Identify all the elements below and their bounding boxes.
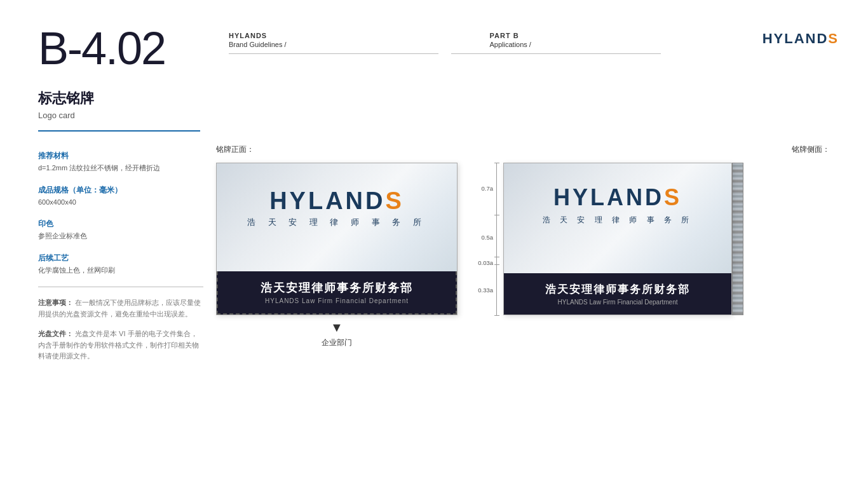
spec-material: 推荐材料 d=1.2mm 法纹拉丝不锈钢，经开槽折边	[38, 151, 203, 173]
card-front-bottom: 浩天安理律师事务所财务部 HYLANDS Law Firm Financial …	[217, 271, 457, 315]
part-name: PART B	[490, 32, 531, 39]
spec-color-label: 印色	[38, 219, 203, 229]
brand-section: HYLANDS Brand Guidelines /	[229, 32, 287, 48]
sidebar-divider	[38, 287, 203, 287]
side-label: 铭牌侧面：	[792, 144, 830, 155]
side-logo-hy: HY	[553, 184, 590, 210]
front-card-section: HYLANDS 浩 天 安 理 律 师 事 务 所 浩天安理律师事务所财务部 H…	[216, 163, 458, 348]
note-1-label: 注意事项：	[38, 299, 73, 306]
card-dept-cn: 浩天安理律师事务所财务部	[237, 280, 437, 295]
spec-process-value: 化学腐蚀上色，丝网印刷	[38, 265, 203, 276]
notes-section: 注意事项： 在一般情况下使用品牌标志，应该尽量使用提供的光盘资源文件，避免在重绘…	[38, 297, 203, 362]
card-side-dept-cn: 浩天安理律师事务所财务部	[522, 282, 714, 297]
spec-color-value: 参照企业标准色	[38, 231, 203, 241]
part-sub: Applications /	[490, 41, 531, 48]
logo-land: LAND	[784, 30, 828, 46]
arrow-label: 企业部门	[322, 337, 352, 348]
dim-v-line	[496, 163, 497, 315]
logo-s: S	[828, 30, 839, 46]
card-side-logo: HYLANDS	[553, 184, 682, 211]
header-logo-area: HYLANDS	[661, 25, 839, 47]
spec-size-value: 600x400x40	[38, 197, 203, 208]
card-front-logo: HYLANDS	[269, 189, 404, 213]
dim-05a-label: 0.5a	[482, 234, 494, 241]
section-title-en: Logo card	[38, 111, 830, 120]
dim-tick-05	[494, 257, 499, 257]
arrow-section: ▼ 企业部门	[216, 320, 458, 348]
card-front-chinese: 浩 天 安 理 律 师 事 务 所	[247, 217, 426, 228]
spec-material-value: d=1.2mm 法纹拉丝不锈钢，经开槽折边	[38, 163, 203, 173]
blue-underline-decoration	[38, 130, 200, 132]
side-card-section: 0.7a 0.5a 0.03a 0.33a	[470, 163, 743, 315]
page-code: B-4.02	[38, 25, 229, 71]
right-content: 铭牌正面： 铭牌侧面： HYLANDS 浩 天 安 理 律 师 事 务 所	[216, 144, 830, 371]
spec-material-label: 推荐材料	[38, 151, 203, 161]
dim-033a-label: 0.33a	[478, 287, 493, 294]
note-2: 光盘文件： 光盘文件是本 VI 手册的电子文件集合，内含手册制作的专用软件格式文…	[38, 329, 203, 362]
part-section: PART B Applications /	[490, 32, 531, 48]
card-side-dept-en: HYLANDS Law Firm Financial Department	[522, 299, 714, 306]
note-1: 注意事项： 在一般情况下使用品牌标志，应该尽量使用提供的光盘资源文件，避免在重绘…	[38, 297, 203, 320]
card-side-bottom: 浩天安理律师事务所财务部 HYLANDS Law Firm Financial …	[504, 273, 731, 315]
card-side-top: HYLANDS 浩 天 安 理 律 师 事 务 所	[522, 175, 714, 226]
logo-card-front: HYLANDS 浩 天 安 理 律 师 事 务 所 浩天安理律师事务所财务部 H…	[216, 163, 458, 315]
section-title-cn: 标志铭牌	[38, 89, 830, 108]
dim-003a-label: 0.03a	[478, 259, 493, 266]
front-label: 铭牌正面：	[216, 144, 254, 155]
logo-card-side: HYLANDS 浩 天 安 理 律 师 事 务 所 浩天安理律师事务所财务部 H…	[503, 163, 732, 315]
card-side-chinese: 浩 天 安 理 律 师 事 务 所	[543, 215, 693, 226]
card-logo-s: S	[385, 187, 403, 214]
card-edge	[732, 163, 743, 315]
brand-name: HYLANDS	[229, 32, 287, 39]
section-title-area: 标志铭牌 Logo card	[0, 71, 868, 132]
header-logo: HYLANDS	[763, 30, 839, 47]
down-arrow-icon: ▼	[330, 320, 343, 335]
dim-07a-label: 0.7a	[482, 185, 494, 192]
specs-section: 推荐材料 d=1.2mm 法纹拉丝不锈钢，经开槽折边 成品规格（单位：毫米） 6…	[38, 151, 203, 275]
dimension-labels: 0.7a 0.5a 0.03a 0.33a	[470, 163, 502, 315]
spec-size: 成品规格（单位：毫米） 600x400x40	[38, 185, 203, 208]
dim-tick-033	[494, 315, 499, 316]
logo-hy: HY	[763, 30, 785, 46]
spec-process: 后续工艺 化学腐蚀上色，丝网印刷	[38, 253, 203, 276]
spec-process-label: 后续工艺	[38, 253, 203, 264]
header: B-4.02 HYLANDS Brand Guidelines / PART B…	[0, 0, 868, 71]
note-2-label: 光盘文件：	[38, 330, 73, 337]
cards-row: HYLANDS 浩 天 安 理 律 师 事 务 所 浩天安理律师事务所财务部 H…	[216, 163, 830, 348]
side-logo-land: LAND	[590, 184, 664, 210]
dim-tick-07	[494, 215, 499, 215]
spec-color: 印色 参照企业标准色	[38, 219, 203, 241]
main-content: 推荐材料 d=1.2mm 法纹拉丝不锈钢，经开槽折边 成品规格（单位：毫米） 6…	[0, 144, 868, 371]
card-dept-en: HYLANDS Law Firm Financial Department	[237, 297, 437, 304]
card-logo-hy: HY	[269, 187, 308, 214]
side-logo-s: S	[664, 184, 682, 210]
card-logo-land: LAND	[308, 187, 386, 214]
dim-tick-top	[494, 163, 499, 163]
left-sidebar: 推荐材料 d=1.2mm 法纹拉丝不锈钢，经开槽折边 成品规格（单位：毫米） 6…	[38, 144, 216, 371]
card-front-top: HYLANDS 浩 天 安 理 律 师 事 务 所	[236, 176, 438, 228]
spec-size-label: 成品规格（单位：毫米）	[38, 185, 203, 196]
page: B-4.02 HYLANDS Brand Guidelines / PART B…	[0, 0, 868, 488]
dim-tick-003	[494, 264, 499, 265]
brand-sub: Brand Guidelines /	[229, 41, 287, 48]
